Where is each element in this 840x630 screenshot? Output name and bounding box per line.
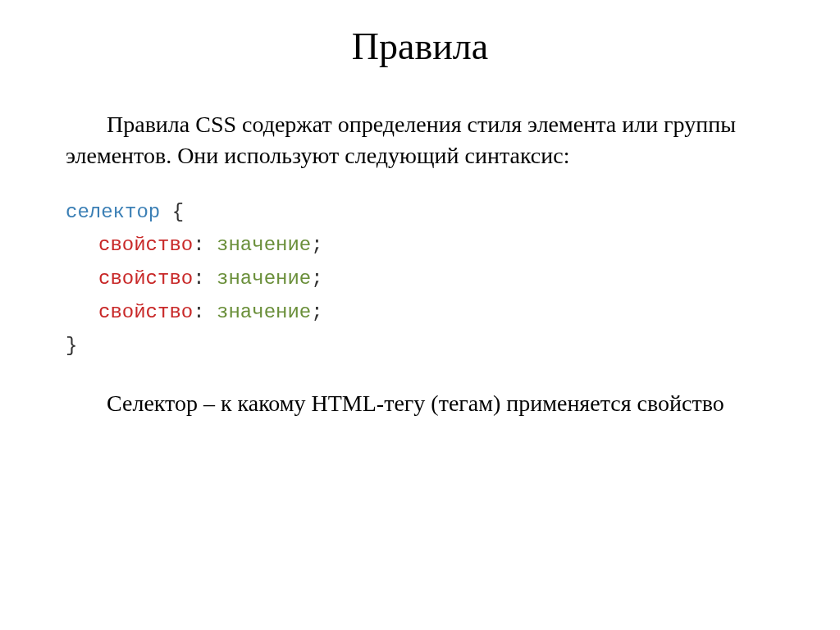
code-line-declaration: свойство: значение; — [66, 262, 774, 296]
value-token: значение — [217, 267, 311, 290]
code-line-declaration: свойство: значение; — [66, 296, 774, 330]
colon-token: : — [193, 234, 204, 256]
code-line-selector: селектор { — [66, 196, 774, 230]
code-line-close: } — [66, 330, 774, 363]
slide-title: Правила — [66, 25, 774, 68]
value-token: значение — [217, 301, 311, 323]
css-syntax-example: селектор { свойство: значение; свойство:… — [66, 196, 774, 363]
colon-token: : — [193, 301, 204, 323]
intro-paragraph: Правила CSS содержат определения стиля э… — [66, 109, 774, 171]
open-brace: { — [172, 201, 184, 223]
close-brace: } — [66, 335, 77, 357]
colon-token: : — [193, 267, 204, 290]
semicolon-token: ; — [311, 267, 322, 290]
selector-token: селектор — [66, 201, 160, 223]
property-token: свойство — [98, 234, 193, 256]
property-token: свойство — [98, 267, 193, 290]
semicolon-token: ; — [311, 234, 322, 256]
property-token: свойство — [98, 301, 193, 323]
code-line-declaration: свойство: значение; — [66, 229, 774, 262]
semicolon-token: ; — [311, 301, 322, 323]
value-token: значение — [217, 234, 311, 256]
selector-explanation-paragraph: Селектор – к какому HTML-тегу (тегам) пр… — [66, 388, 774, 419]
